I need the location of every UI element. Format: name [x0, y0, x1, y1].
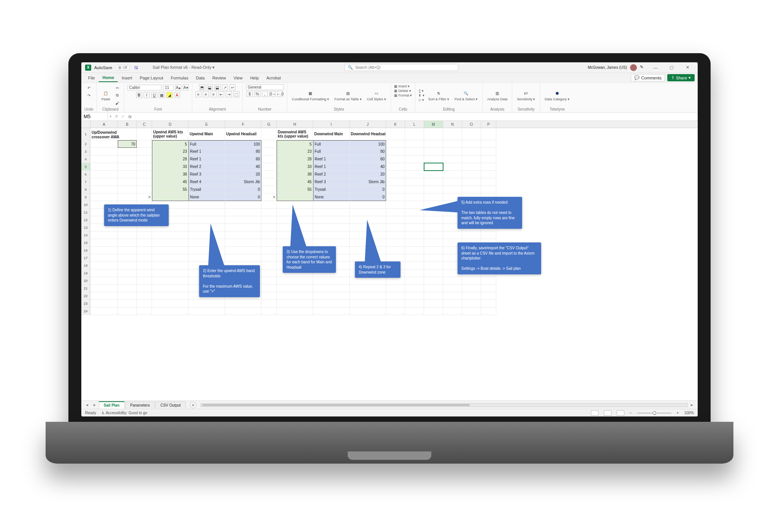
underline-button[interactable]: U	[151, 92, 157, 98]
cell-N7[interactable]	[443, 178, 462, 186]
cell-H4[interactable]: 28	[277, 155, 313, 163]
cell-N6[interactable]	[443, 171, 462, 178]
cell-O8[interactable]	[462, 186, 481, 193]
cell-A16[interactable]	[90, 247, 118, 254]
cell-J6[interactable]: 20	[350, 171, 386, 178]
cell-I24[interactable]	[313, 307, 350, 315]
row-header-2[interactable]: 2	[81, 140, 90, 148]
enter-formula-icon[interactable]: ✓	[120, 114, 126, 119]
cell-O3[interactable]	[462, 148, 481, 155]
cell-M17[interactable]	[424, 254, 443, 262]
normal-view-icon[interactable]	[591, 410, 598, 416]
row-header-3[interactable]: 3	[81, 148, 90, 155]
cell-D3[interactable]: 23	[152, 148, 188, 155]
row-header-22[interactable]: 22	[81, 292, 90, 300]
cell-G6[interactable]	[261, 171, 277, 178]
cell-F4[interactable]: 60	[225, 155, 261, 163]
cell-O7[interactable]	[462, 178, 481, 186]
row-header-9[interactable]: 9	[81, 193, 90, 201]
merge-icon[interactable]: ⬚	[233, 91, 239, 97]
cell-I23[interactable]	[313, 300, 350, 307]
accessibility-status[interactable]: ♿︎ Accessibility: Good to go	[101, 411, 147, 415]
cell-J20[interactable]	[350, 277, 386, 285]
cell-H2[interactable]: 5	[277, 140, 313, 148]
tab-formulas[interactable]: Formulas	[167, 74, 192, 82]
cell-D23[interactable]	[152, 300, 188, 307]
cell-B16[interactable]	[118, 247, 137, 254]
cell-M24[interactable]	[424, 307, 443, 315]
cell-O5[interactable]	[462, 163, 481, 171]
cell-L21[interactable]	[405, 285, 424, 292]
cell-D6[interactable]: 38	[152, 171, 188, 178]
col-header-O[interactable]: O	[462, 121, 481, 128]
cell-P21[interactable]	[481, 285, 496, 292]
row-header-11[interactable]: 11	[81, 209, 90, 216]
row-header-1[interactable]: 1	[81, 128, 90, 140]
cell-C6[interactable]	[137, 171, 152, 178]
cell-M4[interactable]	[424, 155, 443, 163]
cell-I15[interactable]	[313, 239, 350, 247]
cell-I10[interactable]	[313, 201, 350, 209]
cell-E24[interactable]	[188, 307, 225, 315]
cell-I12[interactable]	[313, 216, 350, 224]
fx-icon[interactable]: fx	[126, 114, 134, 119]
cell-L18[interactable]	[405, 262, 424, 269]
cell-I9[interactable]: None	[313, 193, 350, 201]
cell-K4[interactable]	[386, 155, 405, 163]
cell-P23[interactable]	[481, 300, 496, 307]
row-header-7[interactable]: 7	[81, 178, 90, 186]
row-header-12[interactable]: 12	[81, 216, 90, 224]
cell-F15[interactable]	[225, 239, 261, 247]
conditional-formatting-button[interactable]: ▦Conditional Formatting ▾	[290, 89, 331, 102]
cell-F6[interactable]: 20	[225, 171, 261, 178]
col-header-C[interactable]: C	[137, 121, 152, 128]
cell-G17[interactable]	[261, 254, 277, 262]
cell-L12[interactable]	[405, 216, 424, 224]
document-title[interactable]: Sail Plan format v6 - Read-Only ▾	[153, 65, 215, 70]
cell-C20[interactable]	[137, 277, 152, 285]
cell-E12[interactable]	[188, 216, 225, 224]
cell-B8[interactable]	[118, 186, 137, 193]
cell-F5[interactable]: 40	[225, 163, 261, 171]
cell-H21[interactable]	[277, 285, 313, 292]
cell-H7[interactable]: 45	[277, 178, 313, 186]
cell-G18[interactable]	[261, 262, 277, 269]
cell-L13[interactable]	[405, 224, 424, 231]
cell-A20[interactable]	[90, 277, 118, 285]
cell-G23[interactable]	[261, 300, 277, 307]
cell-M22[interactable]	[424, 292, 443, 300]
cell-D16[interactable]	[152, 247, 188, 254]
cell-P22[interactable]	[481, 292, 496, 300]
tab-review[interactable]: Review	[209, 74, 230, 82]
cancel-formula-icon[interactable]: ✕	[113, 114, 120, 119]
cell-F1[interactable]: Upwind Headsail	[225, 128, 261, 140]
cell-P2[interactable]	[481, 140, 496, 148]
cell-G22[interactable]	[261, 292, 277, 300]
row-header-8[interactable]: 8	[81, 186, 90, 193]
page-layout-view-icon[interactable]	[604, 410, 611, 416]
hscroll-right-icon[interactable]: ►	[689, 403, 695, 407]
cell-A18[interactable]	[90, 262, 118, 269]
cell-H5[interactable]: 33	[277, 163, 313, 171]
cell-K21[interactable]	[386, 285, 405, 292]
cell-N23[interactable]	[443, 300, 462, 307]
cell-A5[interactable]	[90, 163, 118, 171]
cell-N22[interactable]	[443, 292, 462, 300]
cell-J7[interactable]: Storm Jib	[350, 178, 386, 186]
font-name-select[interactable]: Calibri	[127, 85, 162, 90]
cell-I6[interactable]: Reef 2	[313, 171, 350, 178]
cell-M19[interactable]	[424, 269, 443, 277]
minimize-button[interactable]: —	[649, 62, 662, 73]
cell-O14[interactable]	[462, 231, 481, 239]
analyze-data-button[interactable]: ▥Analyze Data	[486, 89, 509, 102]
col-header-E[interactable]: E	[188, 121, 225, 128]
cell-D5[interactable]: 33	[152, 163, 188, 171]
cell-G16[interactable]	[261, 247, 277, 254]
cell-J24[interactable]	[350, 307, 386, 315]
cell-O22[interactable]	[462, 292, 481, 300]
cell-F14[interactable]	[225, 231, 261, 239]
cell-K24[interactable]	[386, 307, 405, 315]
cell-J8[interactable]: 0	[350, 186, 386, 193]
cell-L3[interactable]	[405, 148, 424, 155]
cell-M16[interactable]	[424, 247, 443, 254]
